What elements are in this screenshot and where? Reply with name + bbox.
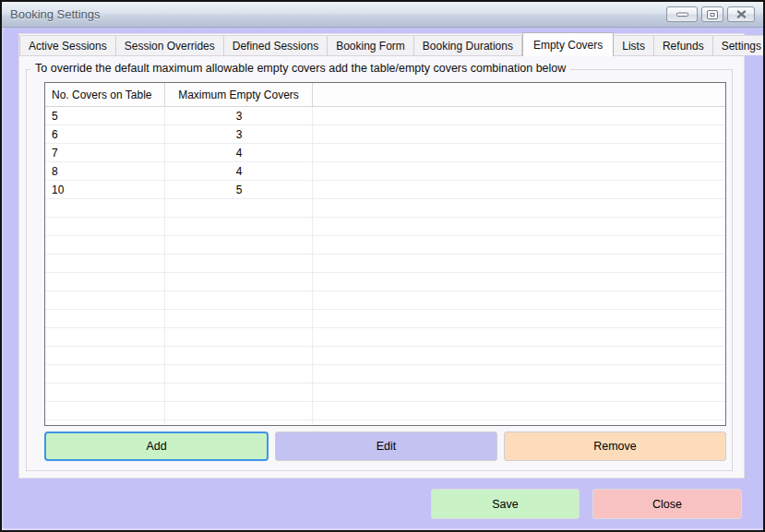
save-button[interactable]: Save [431,489,580,519]
tab-booking-form[interactable]: Booking Form [328,35,414,55]
maximize-button[interactable] [701,6,723,22]
tab-settings[interactable]: Settings [713,35,765,55]
close-icon [736,10,747,18]
column-header-max-empty-covers[interactable]: Maximum Empty Covers [165,83,313,106]
tab-defined-sessions[interactable]: Defined Sessions [224,35,328,55]
titlebar[interactable]: Booking Settings [2,2,763,28]
table-row[interactable]: 8 4 [45,162,725,181]
covers-on-table-value: 7 [45,144,165,162]
tab-empty-covers[interactable]: Empty Covers [522,32,614,56]
tab-page: Active Sessions Session Overrides Define… [18,33,745,479]
tab-active-sessions[interactable]: Active Sessions [19,35,116,55]
maximize-icon [707,10,718,19]
max-empty-covers-value: 3 [165,125,313,144]
remove-button[interactable]: Remove [504,432,726,461]
table-action-buttons: Add Edit Remove [44,432,726,461]
table-header-row: No. Covers on Table Maximum Empty Covers [45,83,725,107]
edit-button[interactable]: Edit [275,432,497,461]
window-controls [666,6,755,22]
table-row[interactable]: 5 3 [45,107,725,125]
covers-on-table-value: 10 [45,181,165,199]
max-empty-covers-value: 4 [165,162,313,181]
minimize-button[interactable] [666,6,698,22]
window-title: Booking Settings [2,7,101,21]
table-row[interactable]: 7 4 [45,144,725,162]
column-header-filler [313,83,725,106]
tab-strip: Active Sessions Session Overrides Define… [19,34,744,56]
close-button[interactable]: Close [592,489,742,519]
tab-lists[interactable]: Lists [614,35,654,55]
tab-session-overrides[interactable]: Session Overrides [116,35,224,55]
max-empty-covers-value: 4 [165,144,313,162]
max-empty-covers-value: 5 [165,181,313,199]
table-row[interactable]: 6 3 [45,125,725,144]
tab-booking-durations[interactable]: Booking Durations [414,35,522,55]
max-empty-covers-value: 3 [165,107,313,125]
booking-settings-window: Booking Settings Active Sessions [0,0,765,532]
covers-on-table-value: 6 [45,125,165,144]
groupbox-caption: To override the default maximum allowabl… [30,62,570,75]
tab-refunds[interactable]: Refunds [654,35,713,55]
column-header-covers-on-table[interactable]: No. Covers on Table [45,83,165,106]
table-body[interactable]: 5 3 6 3 7 4 8 4 [45,107,725,425]
covers-on-table-value: 8 [45,162,165,181]
minimize-icon [676,12,688,18]
add-button[interactable]: Add [44,432,269,461]
table-row[interactable]: 10 5 [45,181,725,199]
empty-covers-groupbox: To override the default maximum allowabl… [26,69,733,471]
covers-on-table-value: 5 [45,107,165,125]
close-window-button[interactable] [727,6,755,22]
empty-covers-table[interactable]: No. Covers on Table Maximum Empty Covers… [44,82,726,426]
